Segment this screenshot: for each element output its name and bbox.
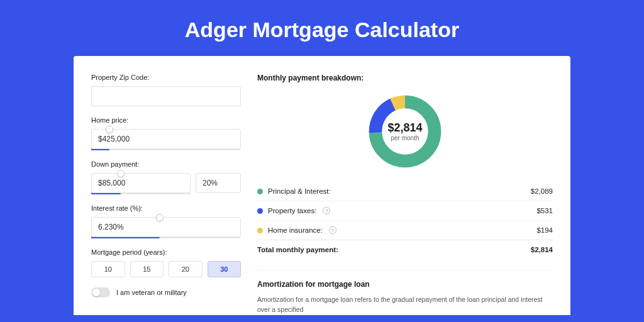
interest-field: Interest rate (%): <box>91 204 241 238</box>
breakdown-title: Monthly payment breakdown: <box>257 74 553 82</box>
inputs-column: Property Zip Code: Home price: Down paym… <box>91 74 241 315</box>
home-price-label: Home price: <box>91 116 241 124</box>
period-label: Mortgage period (years): <box>91 248 241 256</box>
home-price-slider-thumb[interactable] <box>106 126 113 133</box>
legend-value: $2,089 <box>531 187 553 195</box>
legend-label: Home insurance: <box>268 226 323 234</box>
donut-sub: per month <box>391 135 419 142</box>
down-payment-percent-input[interactable] <box>196 173 241 193</box>
amortization-section: Amortization for mortgage loan Amortizat… <box>257 270 553 315</box>
period-option-20[interactable]: 20 <box>169 261 203 277</box>
legend-dot <box>257 208 263 214</box>
amortization-text: Amortization for a mortgage loan refers … <box>257 295 553 315</box>
down-payment-input[interactable] <box>91 173 191 193</box>
donut-amount: $2,814 <box>387 121 422 135</box>
results-column: Monthly payment breakdown: $2,814 per mo… <box>257 74 553 315</box>
legend-row: Home insurance:?$194 <box>257 220 553 240</box>
info-icon[interactable]: ? <box>323 207 330 214</box>
donut-chart: $2,814 per month <box>257 87 553 182</box>
veteran-row: I am veteran or military <box>91 287 241 297</box>
legend-dot <box>257 189 263 194</box>
legend-dot <box>257 228 263 233</box>
period-option-15[interactable]: 15 <box>130 261 164 277</box>
veteran-label: I am veteran or military <box>116 289 187 296</box>
interest-label: Interest rate (%): <box>91 204 241 212</box>
zip-input[interactable] <box>91 86 241 106</box>
down-payment-label: Down payment: <box>91 160 241 168</box>
interest-input[interactable] <box>91 217 241 237</box>
legend-row: Principal & Interest:$2,089 <box>257 182 553 201</box>
legend-value: $194 <box>536 226 553 234</box>
total-row: Total monthly payment: $2,814 <box>257 240 553 259</box>
veteran-toggle[interactable] <box>91 287 110 297</box>
total-value: $2,814 <box>531 246 553 253</box>
page-title: Adger Mortgage Calculator <box>0 0 644 56</box>
home-price-input[interactable] <box>91 129 241 149</box>
home-price-field: Home price: <box>91 116 241 150</box>
period-field: Mortgage period (years): 10152030 <box>91 248 241 277</box>
zip-label: Property Zip Code: <box>91 74 241 81</box>
total-label: Total monthly payment: <box>257 246 338 253</box>
amortization-title: Amortization for mortgage loan <box>257 280 553 289</box>
down-payment-field: Down payment: <box>91 160 241 194</box>
legend-label: Principal & Interest: <box>268 187 331 195</box>
legend-row: Property taxes:?$531 <box>257 201 553 220</box>
legend-label: Property taxes: <box>268 207 316 214</box>
period-option-10[interactable]: 10 <box>91 261 125 277</box>
veteran-toggle-knob <box>92 289 100 296</box>
calculator-card: Property Zip Code: Home price: Down paym… <box>74 56 570 315</box>
zip-field: Property Zip Code: <box>91 74 241 106</box>
legend-value: $531 <box>536 207 553 214</box>
period-option-30[interactable]: 30 <box>208 261 242 277</box>
info-icon[interactable]: ? <box>329 226 336 234</box>
